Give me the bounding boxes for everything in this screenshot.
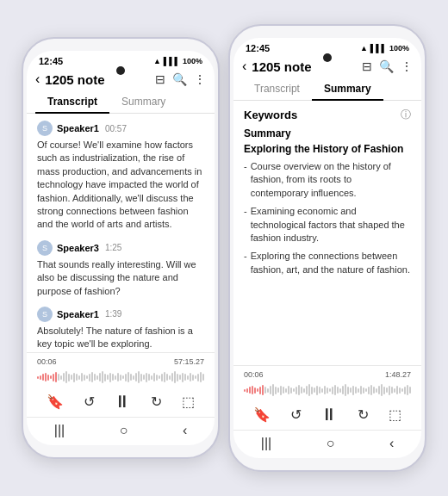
left-search-icon[interactable]: 🔍 — [172, 72, 187, 86]
waveform-bar — [99, 373, 101, 381]
right-bookmark-icon[interactable]: 🔖 — [253, 406, 271, 423]
waveform-bar — [277, 388, 279, 393]
left-nav-bar: ||| ○ ‹ — [27, 417, 215, 445]
waveform-bar — [42, 374, 44, 381]
wifi-icon: ▲ — [153, 57, 161, 65]
waveform-bar — [84, 375, 85, 381]
waveform-bar — [283, 387, 284, 394]
right-search-icon[interactable]: 🔍 — [379, 59, 394, 73]
waveform-bar — [120, 375, 121, 381]
right-status-icons: ▲ ▌▌▌ 100% — [360, 44, 409, 53]
waveform-bar — [334, 385, 336, 395]
right-signal-icon: ▌▌▌ — [370, 44, 387, 53]
left-home-icon[interactable]: ||| — [54, 423, 65, 438]
left-status-icons: ▲ ▌▌▌ 100% — [153, 57, 202, 65]
right-tab-transcript[interactable]: Transcript — [242, 78, 312, 101]
waveform-bar — [383, 387, 385, 394]
waveform-bar — [177, 374, 178, 381]
waveform-bar — [202, 374, 204, 381]
right-clip-icon[interactable]: ⬚ — [389, 406, 401, 423]
waveform-bar — [280, 386, 282, 395]
waveform-bar — [174, 371, 176, 383]
left-status-bar: 12:45 ▲ ▌▌▌ 100% — [27, 51, 215, 68]
waveform-bar — [293, 388, 295, 392]
waveform-bar — [365, 388, 367, 392]
left-back-button[interactable]: ‹ — [35, 71, 40, 87]
right-tab-summary[interactable]: Summary — [312, 78, 383, 101]
transcript-text-3: Absolutely! The nature of fashion is a k… — [37, 325, 204, 351]
summary-title: Exploring the History of Fashion — [244, 143, 411, 155]
left-bookmark-icon[interactable]: 🔖 — [47, 394, 64, 410]
waveform-bar — [319, 387, 320, 394]
waveform-bar — [200, 372, 202, 382]
waveform-bar — [327, 388, 328, 394]
speaker1b-avatar: S — [37, 307, 53, 322]
waveform-bar — [246, 388, 248, 393]
waveform-bar — [63, 373, 65, 381]
waveform-bar — [290, 388, 292, 394]
waveform-bar — [130, 374, 132, 381]
right-more-icon[interactable]: ⋮ — [401, 59, 413, 73]
waveform-bar — [86, 375, 88, 379]
right-current-time: 00:06 — [244, 370, 264, 379]
left-note-icon[interactable]: ⊟ — [155, 72, 165, 86]
right-screen: 12:45 ▲ ▌▌▌ 100% ‹ 1205 note ⊟ 🔍 ⋮ — [233, 38, 421, 458]
right-forward-icon[interactable]: ↻ — [358, 406, 369, 423]
right-rewind-icon[interactable]: ↺ — [290, 406, 302, 423]
waveform-bar — [96, 375, 98, 380]
waveform-bar — [296, 387, 297, 394]
waveform-bar — [102, 371, 103, 383]
waveform-bar — [45, 373, 47, 381]
waveform-bar — [262, 385, 264, 395]
waveform-bar — [78, 375, 80, 380]
right-waveform[interactable] — [244, 381, 411, 400]
right-recents-icon[interactable]: ○ — [327, 436, 335, 451]
waveform-bar — [285, 388, 287, 393]
right-note-icon[interactable]: ⊟ — [362, 59, 372, 73]
left-tab-summary[interactable]: Summary — [109, 90, 177, 114]
waveform-bar — [360, 386, 362, 394]
waveform-bar — [107, 375, 109, 380]
bullet-text-3: Exploring the connections between fashio… — [251, 250, 411, 276]
waveform-bar — [71, 375, 72, 380]
right-home-icon[interactable]: ||| — [261, 436, 271, 451]
info-icon[interactable]: ⓘ — [401, 108, 411, 122]
waveform-bar — [91, 372, 93, 382]
waveform-bar — [179, 375, 181, 380]
waveform-bar — [112, 374, 114, 381]
waveform-bar — [275, 387, 277, 394]
left-header-icons: ⊟ 🔍 ⋮ — [155, 72, 206, 86]
transcript-text-2: That sounds really interesting. Will we … — [37, 258, 204, 298]
waveform-bar — [109, 373, 111, 382]
left-forward-icon[interactable]: ↻ — [151, 394, 162, 410]
left-rewind-icon[interactable]: ↺ — [84, 394, 95, 410]
waveform-bar — [171, 373, 173, 381]
left-waveform[interactable] — [37, 368, 204, 387]
left-app-title: 1205 note — [45, 72, 155, 87]
speaker-line-2: S Speaker3 1:25 — [37, 240, 204, 256]
waveform-bar — [288, 386, 289, 394]
left-more-icon[interactable]: ⋮ — [194, 72, 206, 86]
left-clip-icon[interactable]: ⬚ — [182, 394, 195, 410]
waveform-bar — [347, 387, 349, 394]
waveform-bar — [73, 373, 75, 382]
waveform-bar — [244, 389, 246, 392]
right-pause-icon[interactable]: ⏸ — [320, 405, 338, 425]
speaker1-name: Speaker1 — [57, 123, 99, 133]
left-back-nav-icon[interactable]: ‹ — [183, 423, 187, 438]
waveform-bar — [342, 386, 344, 394]
waveform-bar — [184, 374, 186, 381]
waveform-bar — [303, 388, 305, 393]
right-back-button[interactable]: ‹ — [242, 59, 246, 74]
left-recents-icon[interactable]: ○ — [120, 423, 128, 438]
waveform-bar — [135, 373, 137, 381]
left-tab-transcript[interactable]: Transcript — [35, 90, 109, 114]
waveform-bar — [164, 372, 165, 382]
waveform-bar — [128, 372, 129, 382]
right-back-nav-icon[interactable]: ‹ — [389, 436, 394, 451]
waveform-bar — [373, 387, 375, 394]
right-camera-notch — [323, 53, 332, 62]
waveform-bar — [332, 387, 333, 394]
left-pause-icon[interactable]: ⏸ — [114, 392, 131, 412]
waveform-bar — [140, 374, 142, 381]
